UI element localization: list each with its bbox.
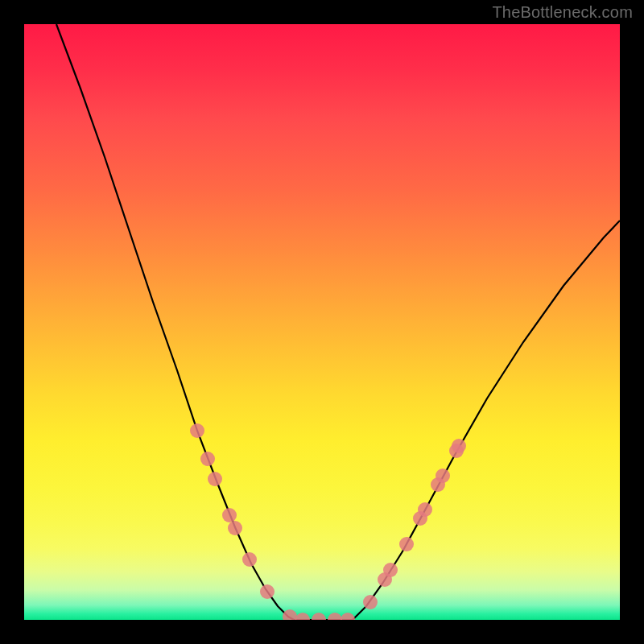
data-marker [436,469,450,483]
data-marker [200,452,215,466]
data-marker [452,439,466,453]
markers-left-group [190,423,355,620]
data-marker [295,613,310,620]
data-marker [228,521,242,535]
data-marker [222,508,237,522]
data-marker [383,563,398,577]
curve-layer [24,24,620,620]
data-marker [312,613,326,620]
data-marker [242,552,257,567]
data-marker [363,595,378,609]
data-marker [208,472,222,486]
data-marker [283,609,297,620]
curve-right-branch [353,221,620,620]
data-marker [190,423,204,438]
data-marker [260,584,275,599]
data-marker [328,613,342,620]
data-marker [341,613,355,620]
data-marker [399,537,414,551]
chart-frame: TheBottleneck.com [0,0,644,644]
watermark-text: TheBottleneck.com [492,3,633,22]
plot-area [24,24,620,620]
data-marker [418,502,432,517]
curve-left-branch [56,24,294,620]
